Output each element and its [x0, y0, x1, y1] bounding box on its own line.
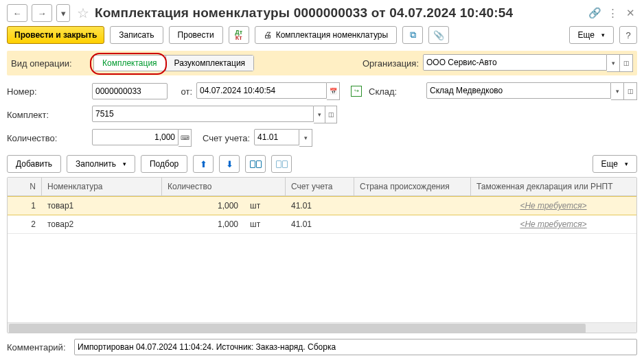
h-scrollbar[interactable]: [8, 322, 636, 333]
acc-dropdown[interactable]: ▾: [299, 129, 312, 147]
link-icon[interactable]: 🔗: [588, 6, 601, 20]
acc-input[interactable]: [254, 129, 299, 145]
org-label: Организация:: [363, 58, 419, 69]
seg-komplektacia[interactable]: Комплектация: [94, 56, 165, 71]
seg-razukomplektacia[interactable]: Разукомплектация: [165, 56, 254, 71]
comment-label: Комментарий:: [7, 342, 69, 353]
col-decl[interactable]: Таможенная декларация или РНПТ: [471, 178, 636, 195]
kit-input[interactable]: [92, 106, 314, 122]
copy-icon: [250, 160, 262, 168]
nav-fwd[interactable]: →: [32, 4, 52, 22]
help-button[interactable]: ?: [619, 26, 637, 44]
wh-input[interactable]: [426, 82, 611, 99]
col-qty[interactable]: Количество: [162, 178, 286, 195]
copydisabled-icon: [276, 160, 288, 168]
num-label: Номер:: [7, 86, 88, 97]
table-more-button[interactable]: Еще▾: [593, 155, 637, 173]
pick-button[interactable]: Подбор: [141, 155, 187, 173]
col-acc[interactable]: Счет учета: [286, 178, 354, 195]
post-and-close-button[interactable]: Провести и закрыть: [7, 26, 104, 44]
page-title: Комплектация номенклатуры 0000000033 от …: [95, 5, 584, 21]
write-button[interactable]: Записать: [110, 26, 163, 44]
status-icon: ↪: [351, 86, 362, 97]
operation-label: Вид операции:: [11, 58, 89, 69]
operation-segment: Комплектация Разукомплектация: [93, 55, 254, 71]
copy1-button[interactable]: [245, 155, 266, 173]
col-nom[interactable]: Номенклатура: [42, 178, 162, 195]
favorite-icon[interactable]: ☆: [77, 5, 89, 21]
qty-input[interactable]: [92, 129, 179, 145]
col-n[interactable]: N: [8, 178, 42, 195]
comment-input[interactable]: [74, 339, 637, 355]
clip-icon: 📎: [433, 30, 444, 40]
kit-open[interactable]: ◫: [325, 106, 337, 123]
nav-history[interactable]: ▾: [56, 4, 70, 22]
close-icon[interactable]: ✕: [623, 6, 637, 20]
kebab-icon[interactable]: ⋮: [606, 6, 619, 20]
more-button[interactable]: Еще▾: [569, 26, 614, 44]
items-table: N Номенклатура Количество Счет учета Стр…: [7, 177, 637, 333]
org-input[interactable]: [423, 54, 607, 71]
nav-back[interactable]: ←: [7, 4, 27, 22]
num-input[interactable]: [92, 83, 168, 99]
up-icon: ⬆: [200, 159, 207, 169]
decl-link[interactable]: <Не требуется>: [520, 219, 586, 229]
table-row[interactable]: 1товар11,000шт41.01<Не требуется>: [8, 196, 636, 215]
decl-link[interactable]: <Не требуется>: [520, 201, 586, 211]
structure-icon: ⧉: [410, 29, 416, 40]
movedown-button[interactable]: ⬇: [219, 155, 240, 173]
add-button[interactable]: Добавить: [7, 155, 61, 173]
down-icon: ⬇: [226, 159, 233, 169]
qty-label: Количество:: [7, 133, 88, 143]
wh-label: Склад:: [369, 86, 422, 97]
dtkt-button[interactable]: ДтКт: [229, 26, 249, 44]
wh-dropdown[interactable]: ▾: [611, 82, 624, 100]
attach-button[interactable]: 📎: [428, 26, 449, 44]
copy2-button[interactable]: [271, 155, 292, 173]
wh-open[interactable]: ◫: [624, 82, 637, 100]
print-button[interactable]: 🖨Комплектация номенклатуры: [255, 26, 397, 44]
date-input[interactable]: [196, 82, 327, 99]
org-dropdown[interactable]: ▾: [607, 54, 620, 72]
fill-button[interactable]: Заполнить▾: [67, 155, 135, 173]
kit-label: Комплект:: [7, 110, 88, 120]
structure-button[interactable]: ⧉: [402, 26, 423, 44]
moveup-button[interactable]: ⬆: [193, 155, 214, 173]
qty-calc[interactable]: ⌨: [179, 129, 192, 147]
kit-dropdown[interactable]: ▾: [314, 106, 325, 123]
printer-icon: 🖨: [264, 30, 272, 40]
post-button[interactable]: Провести: [169, 26, 223, 44]
date-picker[interactable]: 📅: [327, 82, 340, 100]
acc-label: Счет учета:: [203, 133, 250, 143]
date-label: от:: [172, 86, 192, 97]
table-row[interactable]: 2товар21,000шт41.01<Не требуется>: [8, 215, 636, 234]
org-open[interactable]: ◫: [620, 54, 633, 72]
col-ctry[interactable]: Страна происхождения: [354, 178, 471, 195]
